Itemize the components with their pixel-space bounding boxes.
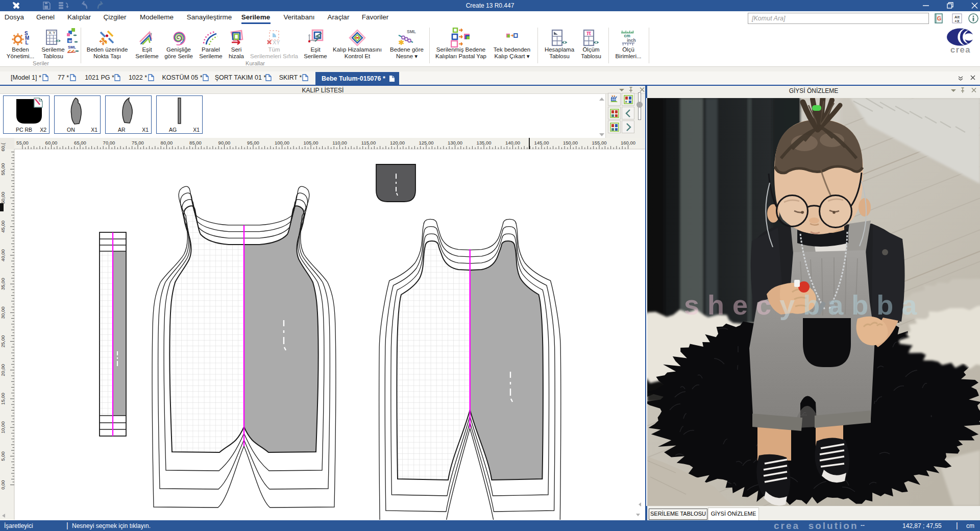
svg-text:95,00: 95,00: [247, 140, 259, 146]
svg-text:160,00: 160,00: [621, 140, 635, 146]
svg-text:100,00: 100,00: [275, 140, 289, 146]
svg-text:20,00: 20,00: [0, 364, 6, 376]
svg-text:10,00: 10,00: [0, 421, 6, 433]
svg-text:15,00: 15,00: [0, 393, 6, 405]
svg-text:inch: inch: [627, 38, 635, 43]
svg-text:65,00: 65,00: [74, 140, 86, 146]
svg-text:BBB: BBB: [611, 98, 618, 101]
svg-text:XY: XY: [273, 39, 280, 45]
svg-text:140,00: 140,00: [505, 140, 520, 146]
svg-text:50,00: 50,00: [0, 192, 6, 204]
svg-text:105,00: 105,00: [303, 140, 318, 146]
svg-text:X: X: [48, 30, 52, 35]
svg-text:125,00: 125,00: [419, 140, 433, 146]
svg-text:SML: SML: [68, 45, 76, 50]
svg-text:Y: Y: [53, 30, 56, 35]
svg-text:30,00: 30,00: [0, 307, 6, 319]
svg-text:145,00: 145,00: [534, 140, 549, 146]
svg-text:120,00: 120,00: [390, 140, 405, 146]
svg-text:110,00: 110,00: [332, 140, 347, 146]
svg-text:60,(: 60,(: [0, 142, 6, 151]
svg-text:85,00: 85,00: [189, 140, 202, 146]
svg-text:0,00: 0,00: [0, 480, 6, 490]
svg-text:130,00: 130,00: [448, 140, 462, 146]
svg-text:+X: +X: [954, 19, 959, 23]
svg-text:150,00: 150,00: [563, 140, 578, 146]
svg-text:π: π: [586, 30, 591, 37]
svg-text:155,00: 155,00: [592, 140, 606, 146]
svg-text:25,00: 25,00: [0, 335, 6, 348]
svg-text:70,00: 70,00: [103, 140, 115, 146]
svg-text:5,00: 5,00: [0, 451, 6, 461]
svg-text:90,00: 90,00: [218, 140, 231, 146]
svg-text:L: L: [26, 40, 29, 45]
svg-text:55,00: 55,00: [16, 140, 29, 146]
svg-text:SML: SML: [407, 29, 416, 34]
svg-text:45,00: 45,00: [0, 221, 6, 233]
svg-text:crea: crea: [950, 45, 971, 54]
svg-text:75,00: 75,00: [132, 140, 144, 146]
svg-text:60,00: 60,00: [45, 140, 58, 146]
svg-text:135,00: 135,00: [476, 140, 491, 146]
svg-text:40,00: 40,00: [0, 249, 6, 261]
svg-text:80,00: 80,00: [161, 140, 173, 146]
svg-text:115,00: 115,00: [361, 140, 376, 146]
svg-text:G: G: [937, 15, 942, 21]
svg-text:35,00: 35,00: [0, 278, 6, 290]
svg-text:shecybabba: shecybabba: [684, 289, 925, 320]
svg-text:55,00: 55,00: [0, 163, 6, 176]
svg-text:M: M: [68, 39, 71, 43]
